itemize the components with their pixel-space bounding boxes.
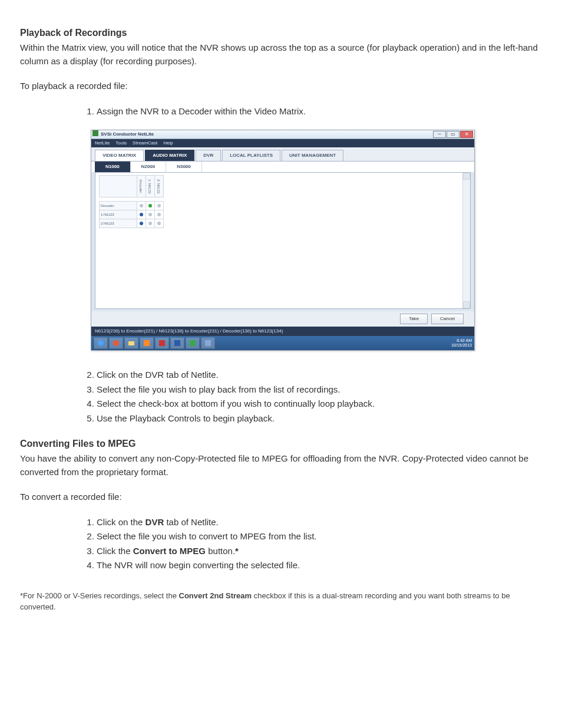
- row-decoder: Decoder: [100, 202, 137, 210]
- text: Click on the: [97, 517, 146, 527]
- matrix-area: Encoder 1: N6123 2: N6123 Decoder 1:N612…: [95, 172, 471, 309]
- matrix-table: Encoder 1: N6123 2: N6123 Decoder 1:N612…: [99, 175, 164, 228]
- cell[interactable]: [155, 210, 164, 219]
- para-playback: Within the Matrix view, you will notice …: [20, 41, 542, 68]
- tab-local-playlists[interactable]: LOCAL PLAYLISTS: [222, 150, 280, 161]
- clock-time: 8:42 AM: [451, 338, 472, 343]
- menu-tools[interactable]: Tools: [115, 140, 127, 147]
- app-logo-icon: [92, 130, 98, 139]
- sub-tabs: N1000 N2000 N3000: [91, 161, 474, 172]
- footnote: *For N-2000 or V-Series recordings, sele…: [20, 590, 542, 613]
- menubar: NetLite Tools StreamCast Help: [91, 139, 474, 147]
- system-tray[interactable]: 8:42 AM 10/15/2013: [451, 338, 472, 347]
- svg-rect-5: [159, 340, 165, 346]
- subtab-n1000[interactable]: N1000: [95, 162, 131, 172]
- text-bold: Convert 2nd Stream: [179, 591, 252, 600]
- step-5: Use the Playback Controls to begin playb…: [97, 412, 542, 426]
- take-button[interactable]: Take: [400, 314, 428, 324]
- maximize-button[interactable]: ▭: [447, 131, 459, 138]
- task-misc-icon[interactable]: [201, 337, 215, 349]
- col-2: 2: N6123: [156, 176, 161, 196]
- svg-rect-0: [92, 130, 98, 136]
- intro-converting: To convert a recorded file:: [20, 490, 542, 504]
- col-1: 1: N6123: [147, 176, 152, 196]
- action-bar: Take Cancel: [91, 311, 474, 327]
- close-button[interactable]: ✕: [460, 131, 473, 138]
- task-word-icon[interactable]: [170, 337, 184, 349]
- row-1: 1:N6123: [100, 210, 137, 219]
- task-green-icon[interactable]: [186, 337, 200, 349]
- menu-help[interactable]: Help: [163, 140, 173, 147]
- cell[interactable]: [146, 202, 155, 210]
- para-converting: You have the ability to convert any non-…: [20, 452, 542, 479]
- convert-step-3: Click the Convert to MPEG button.*: [97, 545, 542, 558]
- window-title: SVSi Conductor NetLite: [101, 131, 154, 138]
- scroll-up-icon[interactable]: [463, 173, 470, 180]
- text: Click the: [97, 546, 133, 556]
- scroll-down-icon[interactable]: [463, 301, 470, 308]
- vertical-scrollbar[interactable]: [462, 173, 470, 308]
- app-window: SVSi Conductor NetLite ─ ▭ ✕ NetLite Too…: [91, 130, 475, 351]
- row-2: 2:N6123: [100, 219, 137, 228]
- svg-rect-4: [144, 340, 150, 346]
- cell[interactable]: [137, 210, 146, 219]
- cell[interactable]: [137, 219, 146, 228]
- svg-point-1: [98, 340, 104, 346]
- subtab-n3000[interactable]: N3000: [166, 162, 202, 172]
- menu-streamcast[interactable]: StreamCast: [133, 140, 157, 147]
- svg-rect-6: [174, 340, 180, 346]
- text: *For N-2000 or V-Series recordings, sele…: [20, 591, 179, 600]
- clock-date: 10/15/2013: [451, 343, 472, 348]
- status-bar: N6123(230) to Encoder(221) / N6123(138) …: [91, 327, 474, 336]
- text: button.: [206, 546, 235, 556]
- subtab-n2000[interactable]: N2000: [131, 162, 167, 172]
- step-1: Assign the NVR to a Decoder within the V…: [97, 105, 542, 118]
- titlebar: SVSi Conductor NetLite ─ ▭ ✕: [91, 130, 474, 139]
- convert-step-2: Select the file you wish to convert to M…: [97, 530, 542, 543]
- intro-playback: To playback a recorded file:: [20, 80, 542, 93]
- text-bold: Convert to MPEG: [133, 546, 206, 556]
- minimize-button[interactable]: ─: [433, 131, 446, 138]
- heading-playback: Playback of Recordings: [20, 26, 542, 40]
- tab-unit-management[interactable]: UNIT MANAGEMENT: [282, 150, 343, 161]
- asterisk: *: [235, 546, 239, 556]
- step-3: Select the file you wish to play back fr…: [97, 383, 542, 397]
- cell[interactable]: [146, 210, 155, 219]
- heading-converting: Converting Files to MPEG: [20, 437, 542, 451]
- svg-rect-8: [205, 340, 211, 346]
- tab-dvr[interactable]: DVR: [196, 150, 221, 161]
- main-tabs: VIDEO MATRIX AUDIO MATRIX DVR LOCAL PLAY…: [91, 147, 474, 161]
- task-explorer-icon[interactable]: [124, 337, 138, 349]
- col-encoder: Encoder: [138, 176, 143, 196]
- svg-point-2: [113, 340, 119, 346]
- start-button[interactable]: [94, 337, 108, 349]
- task-app-icon[interactable]: [140, 337, 154, 349]
- convert-step-1: Click on the DVR tab of Netlite.: [97, 516, 542, 529]
- cancel-button[interactable]: Cancel: [431, 314, 464, 324]
- step-2: Click on the DVR tab of Netlite.: [97, 368, 542, 382]
- tab-audio-matrix[interactable]: AUDIO MATRIX: [145, 150, 194, 161]
- cell[interactable]: [146, 219, 155, 228]
- task-pdf-icon[interactable]: [155, 337, 169, 349]
- svg-rect-7: [190, 340, 196, 346]
- step-4: Select the check-box at bottom if you wi…: [97, 397, 542, 411]
- svg-rect-3: [128, 341, 134, 345]
- task-chrome-icon[interactable]: [109, 337, 123, 349]
- menu-netlite[interactable]: NetLite: [95, 140, 110, 147]
- taskbar: 8:42 AM 10/15/2013: [91, 336, 474, 350]
- cell[interactable]: [137, 202, 146, 210]
- text-bold: DVR: [146, 517, 164, 527]
- convert-step-4: The NVR will now begin converting the se…: [97, 559, 542, 572]
- cell[interactable]: [155, 219, 164, 228]
- tab-video-matrix[interactable]: VIDEO MATRIX: [95, 150, 144, 161]
- text: tab of Netlite.: [164, 517, 219, 527]
- cell[interactable]: [155, 202, 164, 210]
